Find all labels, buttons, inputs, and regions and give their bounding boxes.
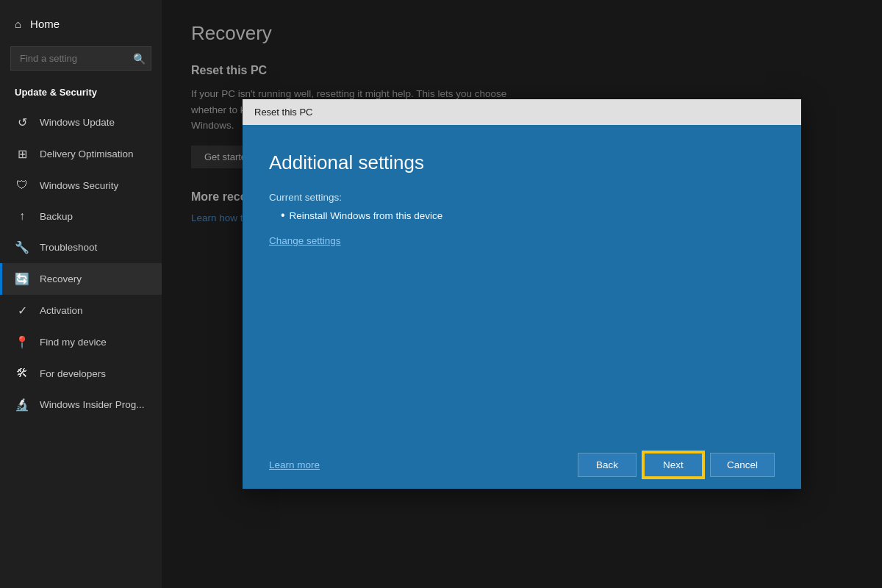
- reset-pc-modal: Reset this PC Additional settings Curren…: [243, 99, 801, 489]
- sidebar-item-label: Windows Insider Prog...: [40, 399, 145, 410]
- modal-body: Additional settings Current settings: Re…: [243, 125, 801, 441]
- search-icon: 🔍: [133, 53, 146, 65]
- windows-update-icon: ↺: [15, 115, 29, 129]
- back-button[interactable]: Back: [578, 453, 637, 477]
- sidebar-item-label: Backup: [40, 211, 73, 222]
- sidebar-item-label: Activation: [40, 305, 83, 316]
- sidebar-section-title: Update & Security: [0, 81, 162, 107]
- delivery-icon: ⊞: [15, 147, 29, 161]
- learn-more-modal-link[interactable]: Learn more: [269, 459, 320, 470]
- sidebar-item-label: For developers: [40, 368, 106, 379]
- modal-titlebar: Reset this PC: [243, 99, 801, 125]
- sidebar-item-find-my-device[interactable]: 📍 Find my device: [0, 326, 162, 358]
- sidebar-item-label: Find my device: [40, 337, 107, 348]
- search-container: 🔍: [0, 40, 162, 81]
- recovery-icon: 🔄: [15, 272, 29, 286]
- activation-icon: ✓: [15, 304, 29, 318]
- change-settings-link[interactable]: Change settings: [269, 235, 775, 246]
- modal-heading: Additional settings: [269, 151, 775, 174]
- main-content: Recovery Reset this PC If your PC isn't …: [162, 0, 882, 588]
- security-icon: 🛡: [15, 179, 29, 192]
- sidebar-item-for-developers[interactable]: 🛠 For developers: [0, 358, 162, 389]
- backup-icon: ↑: [15, 209, 29, 223]
- home-icon: ⌂: [15, 18, 21, 30]
- sidebar-item-windows-insider[interactable]: 🔬 Windows Insider Prog...: [0, 389, 162, 420]
- search-input[interactable]: [10, 46, 151, 71]
- cancel-button[interactable]: Cancel: [710, 453, 775, 477]
- modal-setting-value: Reinstall Windows from this device: [281, 209, 775, 222]
- sidebar-home[interactable]: ⌂ Home: [0, 7, 162, 40]
- sidebar-item-backup[interactable]: ↑ Backup: [0, 201, 162, 232]
- modal-footer: Learn more Back Next Cancel: [243, 441, 801, 489]
- sidebar-item-delivery-optimisation[interactable]: ⊞ Delivery Optimisation: [0, 138, 162, 170]
- sidebar-item-label: Recovery: [40, 273, 82, 284]
- sidebar-item-recovery[interactable]: 🔄 Recovery: [0, 263, 162, 295]
- modal-footer-left: Learn more: [269, 459, 320, 470]
- sidebar-item-label: Troubleshoot: [40, 242, 97, 253]
- modal-overlay: Reset this PC Additional settings Curren…: [162, 0, 882, 588]
- find-device-icon: 📍: [15, 335, 29, 349]
- sidebar-item-windows-update[interactable]: ↺ Windows Update: [0, 107, 162, 138]
- home-label: Home: [30, 18, 60, 30]
- developers-icon: 🛠: [15, 367, 29, 380]
- troubleshoot-icon: 🔧: [15, 240, 29, 254]
- app-container: ⌂ Home 🔍 Update & Security ↺ Windows Upd…: [0, 0, 882, 588]
- sidebar-item-windows-security[interactable]: 🛡 Windows Security: [0, 170, 162, 201]
- next-button[interactable]: Next: [644, 453, 703, 477]
- sidebar-item-label: Delivery Optimisation: [40, 148, 134, 159]
- sidebar-item-label: Windows Update: [40, 117, 115, 128]
- sidebar-item-label: Windows Security: [40, 180, 118, 191]
- sidebar: ⌂ Home 🔍 Update & Security ↺ Windows Upd…: [0, 0, 162, 588]
- modal-buttons: Back Next Cancel: [578, 453, 775, 477]
- sidebar-item-troubleshoot[interactable]: 🔧 Troubleshoot: [0, 232, 162, 263]
- modal-current-settings-label: Current settings:: [269, 192, 775, 203]
- insider-icon: 🔬: [15, 398, 29, 412]
- sidebar-item-activation[interactable]: ✓ Activation: [0, 295, 162, 326]
